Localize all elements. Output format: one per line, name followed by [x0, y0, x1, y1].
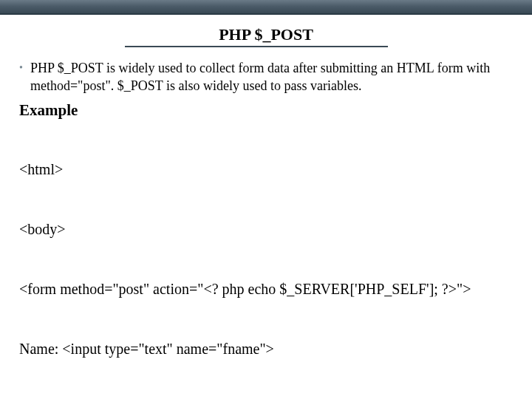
bullet-dot-icon: •: [19, 62, 23, 74]
bullet-text: PHP $_POST is widely used to collect for…: [30, 59, 513, 95]
bullet-item: • PHP $_POST is widely used to collect f…: [19, 59, 513, 95]
code-line: <html>: [19, 160, 513, 180]
slide-title: PHP $_POST: [219, 25, 313, 44]
title-underline: [125, 46, 388, 47]
title-area: PHP $_POST: [0, 25, 532, 47]
code-line: <form method="post" action="<? php echo …: [19, 279, 513, 299]
example-heading: Example: [19, 101, 513, 120]
code-line: Name: <input type="text" name="fname">: [19, 339, 513, 359]
code-line: <body>: [19, 219, 513, 239]
content-area: • PHP $_POST is widely used to collect f…: [0, 47, 532, 399]
slide-top-bar: [0, 0, 532, 15]
code-block: <html> <body> <form method="post" action…: [19, 120, 513, 399]
